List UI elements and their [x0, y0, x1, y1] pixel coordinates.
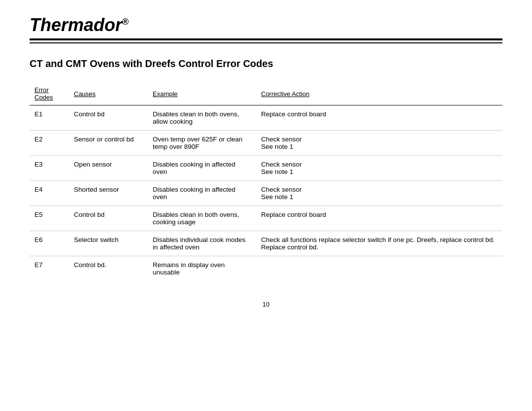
table-row: E4Shorted sensorDisables cooking in affe…	[30, 181, 502, 206]
cell-action: Check sensor See note 1	[256, 131, 502, 156]
cell-example: Disables clean in both ovens, cooking us…	[148, 206, 256, 231]
cell-code: E7	[30, 256, 69, 281]
brand-logo: Thermador®	[30, 15, 129, 35]
cell-causes: Shorted sensor	[69, 181, 148, 206]
cell-example: Remains in display oven unusable	[148, 256, 256, 281]
cell-example: Disables individual cook modes in affect…	[148, 231, 256, 256]
header-action: Corrective Action	[256, 83, 502, 105]
header-code: Error Codes	[30, 83, 69, 105]
cell-code: E3	[30, 156, 69, 181]
table-row: E2Sensor or control bdOven temp over 625…	[30, 131, 502, 156]
brand-name-text: Thermador	[30, 15, 122, 35]
brand-header: Thermador®	[30, 15, 502, 40]
cell-causes: Selector switch	[69, 231, 148, 256]
error-codes-table: Error Codes Causes Example Corrective Ac…	[30, 83, 502, 281]
cell-code: E2	[30, 131, 69, 156]
cell-code: E1	[30, 105, 69, 131]
registered-icon: ®	[122, 17, 129, 27]
table-row: E3Open sensorDisables cooking in affecte…	[30, 156, 502, 181]
cell-code: E6	[30, 231, 69, 256]
header-rule	[30, 42, 502, 43]
cell-code: E4	[30, 181, 69, 206]
cell-causes: Sensor or control bd	[69, 131, 148, 156]
table-row: E7Control bd.Remains in display oven unu…	[30, 256, 502, 281]
cell-causes: Control bd.	[69, 256, 148, 281]
page-number: 10	[30, 301, 502, 308]
cell-example: Disables cooking in affected oven	[148, 181, 256, 206]
cell-action: Replace control board	[256, 206, 502, 231]
page-container: Thermador® CT and CMT Ovens with Dreefs …	[0, 0, 532, 328]
cell-example: Disables cooking in affected oven	[148, 156, 256, 181]
table-row: E6Selector switchDisables individual coo…	[30, 231, 502, 256]
cell-causes: Control bd	[69, 206, 148, 231]
table-row: E5Control bdDisables clean in both ovens…	[30, 206, 502, 231]
page-title: CT and CMT Ovens with Dreefs Control Err…	[30, 58, 502, 69]
cell-action: Check all functions replace selector swi…	[256, 231, 502, 256]
header-causes: Causes	[69, 83, 148, 105]
cell-code: E5	[30, 206, 69, 231]
table-row: E1Control bdDisables clean in both ovens…	[30, 105, 502, 131]
table-header-row: Error Codes Causes Example Corrective Ac…	[30, 83, 502, 105]
header-example: Example	[148, 83, 256, 105]
cell-action: Check sensor See note 1	[256, 156, 502, 181]
cell-action	[256, 256, 502, 281]
cell-action: Replace control board	[256, 105, 502, 131]
cell-example: Oven temp over 625F or clean temp over 8…	[148, 131, 256, 156]
cell-example: Disables clean in both ovens, allow cook…	[148, 105, 256, 131]
cell-action: Check sensor See note 1	[256, 181, 502, 206]
cell-causes: Control bd	[69, 105, 148, 131]
cell-causes: Open sensor	[69, 156, 148, 181]
